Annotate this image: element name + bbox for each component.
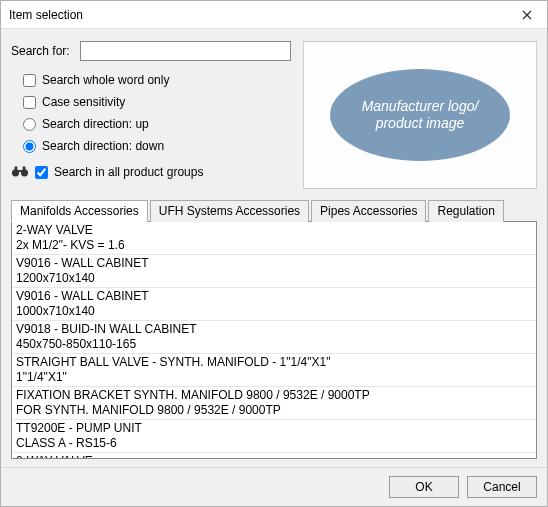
item-line-2: 1200x710x140: [16, 271, 532, 286]
list-item[interactable]: STRAIGHT BALL VALVE - SYNTH. MANIFOLD - …: [12, 354, 536, 387]
content-area: Search for: Search whole word only Case …: [1, 29, 547, 467]
item-line-1: V9018 - BUID-IN WALL CABINET: [16, 322, 532, 337]
list-item[interactable]: 2-WAY VALVE2x M4/4"- KVS = 4,5: [12, 453, 536, 459]
item-line-1: V9016 - WALL CABINET: [16, 256, 532, 271]
item-line-1: 2-WAY VALVE: [16, 454, 532, 459]
list-item[interactable]: V9016 - WALL CABINET1000x710x140: [12, 288, 536, 321]
case-sensitivity-option[interactable]: Case sensitivity: [23, 93, 291, 111]
list-item[interactable]: FIXATION BRACKET SYNTH. MANIFOLD 9800 / …: [12, 387, 536, 420]
whole-word-checkbox[interactable]: [23, 74, 36, 87]
item-line-2: 2x M1/2"- KVS = 1.6: [16, 238, 532, 253]
item-line-2: CLASS A - RS15-6: [16, 436, 532, 451]
list-item[interactable]: 2-WAY VALVE2x M1/2"- KVS = 1.6: [12, 222, 536, 255]
footer: OK Cancel: [1, 467, 547, 506]
tab-3[interactable]: Regulation: [428, 200, 503, 222]
direction-down-radio[interactable]: [23, 140, 36, 153]
tabstrip: Manifolds AccessoriesUFH Systems Accesso…: [11, 199, 537, 221]
item-list[interactable]: 2-WAY VALVE2x M1/2"- KVS = 1.6V9016 - WA…: [11, 221, 537, 459]
window-title: Item selection: [9, 8, 83, 22]
search-panel: Search for: Search whole word only Case …: [11, 41, 291, 189]
direction-down-label: Search direction: down: [42, 139, 164, 153]
item-line-1: FIXATION BRACKET SYNTH. MANIFOLD 9800 / …: [16, 388, 532, 403]
list-item[interactable]: V9018 - BUID-IN WALL CABINET450x750-850x…: [12, 321, 536, 354]
item-line-2: 450x750-850x110-165: [16, 337, 532, 352]
close-icon: [522, 10, 532, 20]
direction-up-option[interactable]: Search direction: up: [23, 115, 291, 133]
upper-panel: Search for: Search whole word only Case …: [11, 41, 537, 189]
search-input[interactable]: [80, 41, 291, 61]
item-line-1: 2-WAY VALVE: [16, 223, 532, 238]
tab-1[interactable]: UFH Systems Accessories: [150, 200, 309, 222]
all-groups-option[interactable]: Search in all product groups: [35, 163, 203, 181]
list-item[interactable]: TT9200E - PUMP UNITCLASS A - RS15-6: [12, 420, 536, 453]
whole-word-label: Search whole word only: [42, 73, 169, 87]
logo-placeholder: Manufacturer logo/ product image: [330, 69, 510, 161]
item-line-1: V9016 - WALL CABINET: [16, 289, 532, 304]
svg-rect-3: [23, 166, 26, 170]
item-line-1: STRAIGHT BALL VALVE - SYNTH. MANIFOLD - …: [16, 355, 532, 370]
svg-rect-4: [17, 170, 22, 172]
item-line-2: 1"1/4"X1": [16, 370, 532, 385]
item-line-2: FOR SYNTH. MANIFOLD 9800 / 9532E / 9000T…: [16, 403, 532, 418]
titlebar: Item selection: [1, 1, 547, 29]
list-item[interactable]: V9016 - WALL CABINET1200x710x140: [12, 255, 536, 288]
whole-word-option[interactable]: Search whole word only: [23, 71, 291, 89]
product-image-panel: Manufacturer logo/ product image: [303, 41, 537, 189]
case-sensitivity-checkbox[interactable]: [23, 96, 36, 109]
tabs-container: Manifolds AccessoriesUFH Systems Accesso…: [11, 199, 537, 459]
all-groups-checkbox[interactable]: [35, 166, 48, 179]
close-button[interactable]: [507, 1, 547, 29]
item-selection-dialog: Item selection Search for: Search whole …: [0, 0, 548, 507]
svg-rect-2: [15, 166, 18, 170]
direction-down-option[interactable]: Search direction: down: [23, 137, 291, 155]
direction-up-label: Search direction: up: [42, 117, 149, 131]
item-line-2: 1000x710x140: [16, 304, 532, 319]
item-line-1: TT9200E - PUMP UNIT: [16, 421, 532, 436]
cancel-button[interactable]: Cancel: [467, 476, 537, 498]
case-sensitivity-label: Case sensitivity: [42, 95, 125, 109]
tab-0[interactable]: Manifolds Accessories: [11, 200, 148, 222]
tab-2[interactable]: Pipes Accessories: [311, 200, 426, 222]
ok-button[interactable]: OK: [389, 476, 459, 498]
all-groups-label: Search in all product groups: [54, 165, 203, 179]
direction-up-radio[interactable]: [23, 118, 36, 131]
search-label: Search for:: [11, 44, 70, 58]
binoculars-icon: [11, 164, 29, 181]
